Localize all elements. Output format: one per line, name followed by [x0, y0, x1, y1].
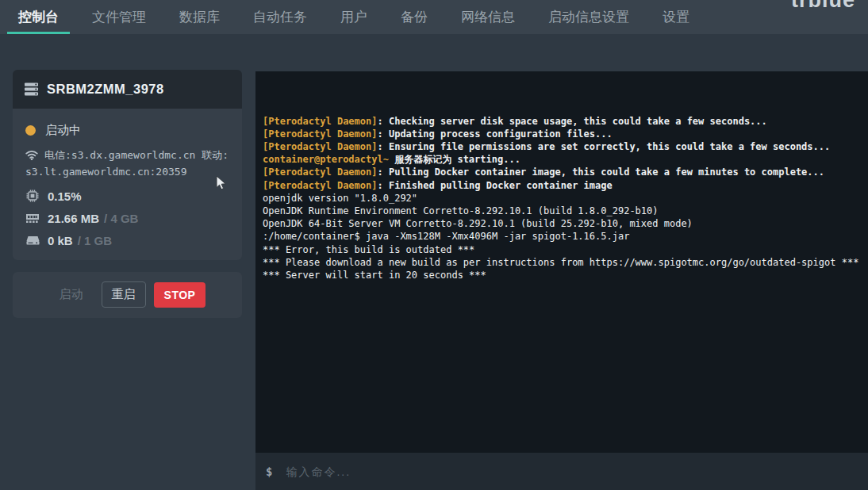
- status-dot-icon: [25, 125, 36, 136]
- console-line: *** Server will start in 20 seconds ***: [263, 269, 861, 281]
- console-output[interactable]: [Pterodactyl Daemon]: Checking server di…: [255, 71, 868, 453]
- hard-drive-icon: [25, 235, 40, 246]
- console-line-text: *** Error, this build is outdated ***: [263, 244, 474, 255]
- console-line-prefix: [Pterodactyl Daemon]: [263, 141, 378, 152]
- server-name: SRBM2ZMM_3978: [47, 82, 164, 97]
- console-line-text: : Checking server disk space usage, this…: [378, 116, 767, 127]
- console-line-text: : Pulling Docker container image, this c…: [378, 167, 825, 178]
- console-line: *** Please download a new build as per i…: [263, 256, 861, 269]
- disk-limit: / 1 GB: [78, 234, 112, 247]
- console-line: OpenJDK 64-Bit Server VM Corretto-8.292.…: [263, 217, 861, 230]
- console-line: [Pterodactyl Daemon]: Checking server di…: [263, 115, 861, 128]
- console-line-text: : Updating process configuration files..…: [378, 128, 613, 140]
- memory-icon: [25, 213, 40, 224]
- memory-limit: / 4 GB: [104, 212, 138, 225]
- console-line-prefix: [Pterodactyl Daemon]: [263, 116, 378, 127]
- console-line-text: *** Server will start in 20 seconds ***: [263, 270, 486, 281]
- cpu-value: 0.15%: [48, 189, 82, 203]
- console-line: [Pterodactyl Daemon]: Finished pulling D…: [263, 179, 861, 192]
- console-line-text: OpenJDK 64-Bit Server VM Corretto-8.292.…: [263, 218, 693, 229]
- nav-tab-7[interactable]: 启动信息设置: [537, 0, 640, 34]
- server-status: 启动中: [25, 123, 229, 138]
- command-input[interactable]: [284, 465, 858, 479]
- stop-button[interactable]: STOP: [154, 282, 206, 308]
- server-info-card: SRBM2ZMM_3978 启动中 电信:s3.dx.gameworldmc.c…: [13, 70, 242, 260]
- console-line: openjdk version "1.8.0_292": [263, 192, 861, 205]
- console-line-prefix: [Pterodactyl Daemon]: [263, 180, 378, 191]
- console-line: [Pterodactyl Daemon]: Updating process c…: [263, 128, 861, 140]
- nav-tab-3[interactable]: 自动任务: [242, 0, 318, 34]
- console-line: OpenJDK Runtime Environment Corretto-8.2…: [263, 205, 861, 217]
- start-button[interactable]: 启动: [49, 281, 94, 308]
- status-label: 启动中: [45, 123, 81, 138]
- console-line-prefix: [Pterodactyl Daemon]: [263, 167, 378, 178]
- console-line-text: OpenJDK Runtime Environment Corretto-8.2…: [263, 205, 659, 216]
- console-line-text: *** Please download a new build as per i…: [263, 257, 858, 268]
- power-controls-card: 启动 重启 STOP: [13, 272, 242, 318]
- nav-tab-0[interactable]: 控制台: [7, 0, 70, 34]
- console-line: container@pterodactyl~ 服务器标记为 starting..…: [263, 153, 861, 166]
- server-sidebar: SRBM2ZMM_3978 启动中 电信:s3.dx.gameworldmc.c…: [13, 70, 242, 318]
- disk-used: 0 kB: [48, 234, 73, 247]
- console-line: *** Error, this build is outdated ***: [263, 243, 861, 256]
- console-line-text: 服务器标记为 starting...: [389, 154, 520, 165]
- console-line: [Pterodactyl Daemon]: Pulling Docker con…: [263, 166, 861, 178]
- disk-stat: 0 kB / 1 GB: [24, 234, 231, 247]
- console-line: :/home/container$ java -Xms128M -Xmx4096…: [263, 230, 861, 243]
- restart-button[interactable]: 重启: [102, 281, 146, 308]
- console-line-text: : Finished pulling Docker container imag…: [378, 180, 613, 191]
- console-line-text: : Ensuring file permissions are set corr…: [378, 141, 831, 152]
- console-line-text: :/home/container$ java -Xms128M -Xmx4096…: [263, 231, 629, 242]
- server-address-text: 电信:s3.dx.gameworldmc.cn 联动:s3.lt.gamewor…: [25, 149, 229, 178]
- console-line-text: openjdk version "1.8.0_292": [263, 193, 417, 204]
- nav-tab-1[interactable]: 文件管理: [81, 0, 157, 34]
- memory-used: 21.66 MB: [48, 212, 99, 225]
- nav-tab-8[interactable]: 设置: [651, 0, 701, 34]
- memory-stat: 21.66 MB / 4 GB: [24, 212, 231, 225]
- brand-logo: trblue: [791, 0, 855, 11]
- console-line-prefix: container@pterodactyl~: [263, 154, 389, 165]
- wifi-icon: [25, 150, 38, 160]
- cpu-chip-icon: [25, 189, 40, 202]
- cpu-stat: 0.15%: [24, 189, 231, 203]
- nav-tab-5[interactable]: 备份: [390, 0, 439, 34]
- top-navbar: 控制台文件管理数据库自动任务用户备份网络信息启动信息设置设置: [0, 0, 868, 34]
- console-line: [Pterodactyl Daemon]: Ensuring file perm…: [263, 140, 861, 153]
- command-bar: $: [255, 453, 868, 490]
- server-rack-icon: [24, 82, 39, 97]
- nav-tab-6[interactable]: 网络信息: [450, 0, 526, 34]
- nav-tab-2[interactable]: 数据库: [168, 0, 231, 34]
- server-card-body: 启动中 电信:s3.dx.gameworldmc.cn 联动:s3.lt.gam…: [13, 109, 242, 260]
- prompt-symbol: $: [266, 465, 272, 478]
- console-panel: [Pterodactyl Daemon]: Checking server di…: [255, 71, 868, 490]
- server-address: 电信:s3.dx.gameworldmc.cn 联动:s3.lt.gamewor…: [25, 147, 229, 181]
- server-card-header: SRBM2ZMM_3978: [13, 70, 242, 109]
- nav-tab-4[interactable]: 用户: [329, 0, 378, 34]
- console-line-prefix: [Pterodactyl Daemon]: [263, 128, 378, 140]
